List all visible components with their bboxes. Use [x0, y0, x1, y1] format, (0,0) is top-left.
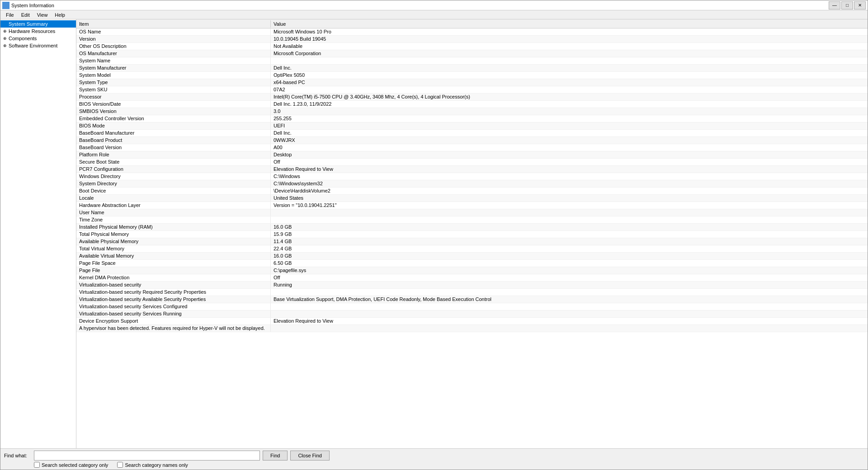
sidebar-label-system-summary: System Summary [9, 21, 48, 27]
cell-item: Platform Role [76, 151, 271, 158]
menu-view[interactable]: View [33, 11, 52, 19]
cell-item: Page File Space [76, 260, 271, 267]
search-names-label: Search category names only [125, 462, 188, 468]
table-body[interactable]: OS NameMicrosoft Windows 10 ProVersion10… [76, 28, 868, 448]
menu-edit[interactable]: Edit [18, 11, 33, 19]
search-category-option[interactable]: Search selected category only [34, 462, 108, 468]
table-row[interactable]: Virtualization-based security Available … [76, 296, 868, 303]
table-row[interactable]: Device Encryption SupportElevation Requi… [76, 318, 868, 325]
cell-item: User Name [76, 209, 271, 216]
cell-value: 6.50 GB [271, 260, 868, 267]
search-category-checkbox[interactable] [34, 462, 40, 468]
table-row[interactable]: Page FileC:\pagefile.sys [76, 267, 868, 274]
cell-value: 0WWJRX [271, 137, 868, 144]
sidebar-item-components[interactable]: ⊕ Components [0, 35, 76, 42]
table-row[interactable]: Virtualization-based security Services R… [76, 310, 868, 318]
find-button[interactable]: Find [263, 451, 288, 461]
table-row[interactable]: Secure Boot StateOff [76, 159, 868, 166]
table-row[interactable]: Platform RoleDesktop [76, 151, 868, 159]
table-row[interactable]: OS NameMicrosoft Windows 10 Pro [76, 28, 868, 36]
expand-icon-components: ⊕ [2, 36, 8, 41]
table-row[interactable]: Version10.0.19045 Build 19045 [76, 36, 868, 43]
cell-item: Boot Device [76, 188, 271, 194]
table-row[interactable]: PCR7 ConfigurationElevation Required to … [76, 166, 868, 173]
find-input[interactable] [34, 451, 260, 461]
table-row[interactable]: Page File Space6.50 GB [76, 260, 868, 267]
table-row[interactable]: Kernel DMA ProtectionOff [76, 274, 868, 282]
menu-help[interactable]: Help [51, 11, 69, 19]
maximize-button[interactable]: □ [841, 1, 853, 9]
close-find-button[interactable]: Close Find [290, 451, 330, 461]
table-row[interactable]: SMBIOS Version3.0 [76, 108, 868, 115]
main-window: System Information — □ ✕ File Edit View … [0, 0, 868, 470]
cell-item: Virtualization-based security [76, 282, 271, 288]
table-row[interactable]: System Name [76, 57, 868, 65]
table-row[interactable]: Virtualization-based security Services C… [76, 303, 868, 310]
table-row[interactable]: LocaleUnited States [76, 195, 868, 202]
cell-value: Off [271, 159, 868, 165]
table-row[interactable]: Total Virtual Memory22.4 GB [76, 245, 868, 253]
table-row[interactable]: BaseBoard VersionA00 [76, 144, 868, 151]
search-names-option[interactable]: Search category names only [117, 462, 188, 468]
table-row[interactable]: User Name [76, 209, 868, 216]
table-row[interactable]: BIOS ModeUEFI [76, 122, 868, 130]
cell-value: C:\Windows [271, 173, 868, 180]
table-row[interactable]: Available Physical Memory11.4 GB [76, 238, 868, 245]
table-row[interactable]: System ManufacturerDell Inc. [76, 65, 868, 72]
table-row[interactable]: System DirectoryC:\Windows\system32 [76, 180, 868, 188]
table-row[interactable]: Boot Device\Device\HarddiskVolume2 [76, 188, 868, 195]
close-button[interactable]: ✕ [854, 1, 866, 9]
cell-item: OS Manufacturer [76, 50, 271, 57]
table-row[interactable]: BIOS Version/DateDell Inc. 1.23.0, 11/9/… [76, 101, 868, 108]
table-row[interactable]: OS ManufacturerMicrosoft Corporation [76, 50, 868, 57]
cell-item: System Directory [76, 180, 271, 187]
cell-item: System Name [76, 57, 271, 64]
table-row[interactable]: Other OS DescriptionNot Available [76, 43, 868, 50]
sidebar-label-components: Components [9, 36, 37, 41]
table-row[interactable]: BaseBoard Product0WWJRX [76, 137, 868, 144]
cell-item: PCR7 Configuration [76, 166, 271, 173]
cell-item: Processor [76, 94, 271, 100]
cell-value: 3.0 [271, 108, 868, 115]
sidebar-item-system-summary[interactable]: System Summary [0, 20, 76, 28]
table-row[interactable]: System Typex64-based PC [76, 79, 868, 86]
sidebar-item-hardware-resources[interactable]: ⊕ Hardware Resources [0, 28, 76, 35]
sidebar-item-software-environment[interactable]: ⊕ Software Environment [0, 42, 76, 49]
cell-item: Other OS Description [76, 43, 271, 50]
find-label: Find what: [4, 453, 31, 458]
cell-value: Version = "10.0.19041.2251" [271, 202, 868, 209]
table-row[interactable]: ProcessorIntel(R) Core(TM) i5-7500 CPU @… [76, 94, 868, 101]
table-row[interactable]: A hypervisor has been detected. Features… [76, 325, 868, 332]
cell-value [271, 209, 868, 216]
cell-item: System SKU [76, 86, 271, 93]
cell-item: Total Physical Memory [76, 231, 271, 238]
menu-file[interactable]: File [2, 11, 18, 19]
cell-value: 22.4 GB [271, 245, 868, 252]
table-row[interactable]: Virtualization-based securityRunning [76, 282, 868, 289]
cell-item: Available Virtual Memory [76, 253, 271, 259]
cell-item: Virtualization-based security Services R… [76, 310, 271, 317]
col-header-value: Value [271, 20, 868, 28]
table-row[interactable]: Total Physical Memory15.9 GB [76, 231, 868, 238]
table-row[interactable]: System SKU07A2 [76, 86, 868, 94]
cell-value: A00 [271, 144, 868, 151]
cell-value: Dell Inc. [271, 130, 868, 136]
table-row[interactable]: Virtualization-based security Required S… [76, 289, 868, 296]
minimize-button[interactable]: — [829, 1, 840, 9]
table-row[interactable]: Embedded Controller Version255.255 [76, 115, 868, 122]
table-row[interactable]: System ModelOptiPlex 5050 [76, 72, 868, 79]
table-row[interactable]: Windows DirectoryC:\Windows [76, 173, 868, 180]
cell-value: 255.255 [271, 115, 868, 122]
table-row[interactable]: Time Zone [76, 216, 868, 224]
table-row[interactable]: Available Virtual Memory16.0 GB [76, 253, 868, 260]
table-row[interactable]: Hardware Abstraction LayerVersion = "10.… [76, 202, 868, 209]
table-row[interactable]: BaseBoard ManufacturerDell Inc. [76, 130, 868, 137]
cell-item: BaseBoard Product [76, 137, 271, 144]
window-title: System Information [11, 3, 829, 8]
cell-item: Time Zone [76, 216, 271, 223]
cell-value: 10.0.19045 Build 19045 [271, 36, 868, 42]
cell-value: 07A2 [271, 86, 868, 93]
table-row[interactable]: Installed Physical Memory (RAM)16.0 GB [76, 224, 868, 231]
cell-item: BaseBoard Version [76, 144, 271, 151]
search-names-checkbox[interactable] [117, 462, 123, 468]
